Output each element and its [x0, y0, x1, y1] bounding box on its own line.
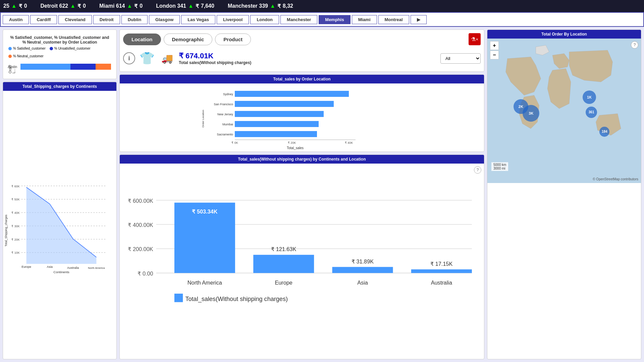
- left-panel: % Satisfied_customer, % Unsatisfied_cust…: [3, 29, 117, 359]
- satisfied-chart-title: % Satisfied_customer, % Unsatisfied_cust…: [8, 35, 111, 45]
- svg-text:₹ 30K: ₹ 30K: [11, 225, 19, 228]
- svg-text:North America: North America: [187, 280, 222, 286]
- city-tab-manchester[interactable]: Manchester: [280, 15, 317, 24]
- world-map-svg: [487, 39, 641, 182]
- svg-text:San Francisco: San Francisco: [214, 103, 233, 106]
- map-credit-text: © OpenStreetMap contributors: [593, 177, 638, 181]
- svg-text:₹ 121.63K: ₹ 121.63K: [271, 246, 296, 252]
- city-tabs-next-button[interactable]: ▶: [411, 15, 427, 24]
- filter-x-icon: ✕: [476, 38, 478, 41]
- map-controls: + −: [490, 41, 499, 59]
- city-tab-london[interactable]: London: [250, 15, 279, 24]
- sales-location-svg: Order Location Sydney San Francisco New …: [120, 83, 484, 150]
- svg-text:₹ 20K: ₹ 20K: [11, 238, 19, 241]
- svg-rect-23: [235, 111, 324, 117]
- svg-text:₹ 50K: ₹ 50K: [11, 198, 19, 201]
- ticker-value-1: 0: [83, 3, 86, 9]
- map-help-icon[interactable]: ?: [631, 41, 638, 49]
- bubble-label-2k: 2K: [519, 105, 523, 109]
- ticker-city-1: Detroit 622: [41, 3, 68, 9]
- svg-rect-50: [411, 269, 472, 273]
- city-tab-glasgow[interactable]: Glasgow: [149, 15, 180, 24]
- city-tab-cardiff[interactable]: Cardiff: [30, 15, 57, 24]
- question-mark-icon[interactable]: ?: [474, 166, 481, 174]
- city-tab-memphis[interactable]: Memphis: [319, 15, 350, 24]
- sales-by-location-chart: Total_sales by Order Location Order Loca…: [119, 74, 484, 152]
- svg-text:Europe: Europe: [21, 265, 31, 268]
- svg-text:₹ 40K: ₹ 40K: [11, 211, 19, 215]
- svg-rect-44: [253, 255, 314, 273]
- filter-tab-product[interactable]: Product: [215, 34, 251, 45]
- svg-text:₹ 20K: ₹ 20K: [288, 141, 296, 144]
- sales-continent-header: Total_sales(Without shipping charges) by…: [120, 155, 484, 164]
- delivery-icon: 🚚: [159, 50, 175, 67]
- area-fill: [26, 187, 97, 264]
- city-tab-detroit[interactable]: Detroit: [93, 15, 120, 24]
- bubble-label-184: 184: [602, 130, 607, 133]
- svg-text:₹ 0.00: ₹ 0.00: [138, 270, 153, 277]
- ticker-city-3: London 341: [156, 3, 186, 9]
- legend-dot-unsatisfied: [50, 47, 53, 50]
- bubble-1k[interactable]: 1K: [583, 90, 596, 104]
- ticker-city-4: Manchester 339: [228, 3, 268, 9]
- ticker-value-0: 0: [24, 3, 27, 9]
- ticker-item-2: Miami 614 ▲ ₹ 0: [99, 3, 143, 9]
- ticker-value-2: 0: [140, 3, 143, 9]
- map-header: Total Order By Location: [487, 30, 641, 39]
- filter-icon-button[interactable]: ⚗ ✕: [469, 33, 481, 45]
- svg-text:₹ 600.00K: ₹ 600.00K: [128, 198, 153, 204]
- bar-row-austin: Austin: [18, 64, 111, 70]
- filter-tabs: Location Demographic Product ⚗ ✕: [123, 33, 481, 45]
- shipping-chart-header: Total_Shipping_charges by Continents: [3, 82, 116, 91]
- svg-text:₹ 60K: ₹ 60K: [11, 185, 19, 188]
- ticker-value-4: 8,32: [283, 3, 293, 9]
- bubble-361[interactable]: 361: [586, 107, 597, 118]
- kpi-value-block: ₹ 674.01K Total sales(Without shipping c…: [179, 52, 251, 65]
- svg-rect-53: [174, 294, 183, 302]
- svg-text:Mumbai: Mumbai: [222, 123, 233, 126]
- svg-text:₹ 0K: ₹ 0K: [231, 141, 238, 144]
- ticker-bar: 25 ▲ ₹ 0 Detroit 622 ▲ ₹ 0 Miami 614 ▲ ₹…: [0, 0, 644, 12]
- filter-tab-location[interactable]: Location: [123, 34, 161, 45]
- map-container[interactable]: + − 2K 3K 1K 361 184: [487, 39, 641, 183]
- kpi-row: i 👕 🚚 ₹ 674.01K Total sales(Without ship…: [123, 49, 481, 68]
- bubble-label-1k: 1K: [587, 95, 592, 99]
- city-tab-las-vegas[interactable]: Las Vegas: [181, 15, 215, 24]
- legend-neutral: % Neutral_customer: [8, 54, 44, 58]
- map-credit: © OpenStreetMap contributors: [593, 177, 638, 181]
- city-tab-montreal[interactable]: Montreal: [378, 15, 409, 24]
- chart-legend: % Satisfied_customer % Unsatisfied_custo…: [8, 47, 111, 58]
- main-content: % Satisfied_customer, % Unsatisfied_cust…: [0, 27, 644, 362]
- svg-text:Sydney: Sydney: [223, 93, 233, 96]
- ticker-item-3: London 341 ▲ ₹ 7,640: [156, 3, 214, 9]
- filter-tab-demographic[interactable]: Demographic: [164, 34, 213, 45]
- svg-text:₹ 10K: ₹ 10K: [11, 251, 19, 254]
- city-tab-dublin[interactable]: Dublin: [121, 15, 148, 24]
- shipping-svg: Total_Shipping_charges ₹ 60K ₹ 50K ₹ 40K…: [3, 91, 116, 357]
- sales-by-continent-chart: Total_sales(Without shipping charges) by…: [119, 155, 484, 359]
- city-tab-miami[interactable]: Miami: [352, 15, 377, 24]
- svg-text:Continents: Continents: [53, 270, 69, 274]
- svg-text:₹ 503.34K: ₹ 503.34K: [192, 208, 217, 215]
- kpi-dropdown[interactable]: All North America Europe Asia Australia: [440, 53, 481, 64]
- svg-rect-47: [332, 267, 393, 273]
- sales-location-header: Total_sales by Order Location: [120, 75, 484, 83]
- legend-unsatisfied: % Unsatisfied_customer: [50, 47, 91, 50]
- city-tab-liverpool[interactable]: Liverpool: [217, 15, 249, 24]
- y-axis-shipping: Total_Shipping_charges: [4, 215, 8, 247]
- svg-text:Australia: Australia: [431, 280, 452, 286]
- svg-text:Asia: Asia: [47, 265, 52, 268]
- info-icon: i: [123, 52, 135, 64]
- bar-seg-unsatisfied: [70, 64, 96, 70]
- city-tab-cleveland[interactable]: Cleveland: [58, 15, 92, 24]
- scale-km: 5000 km: [493, 163, 506, 167]
- zoom-in-button[interactable]: +: [490, 41, 499, 50]
- bar-seg-satisfied: [20, 64, 70, 70]
- bubble-label-361: 361: [589, 110, 594, 114]
- svg-text:Europe: Europe: [275, 280, 292, 286]
- map-scale: 5000 km 3000 mi: [491, 162, 508, 171]
- zoom-out-button[interactable]: −: [490, 51, 499, 59]
- continent-sales-svg: ₹ 600.00K ₹ 400.00K ₹ 200.00K ₹ 0.00 ₹ 5…: [120, 164, 484, 357]
- ticker-value-3: 7,640: [201, 3, 214, 9]
- city-tab-austin[interactable]: Austin: [3, 15, 29, 24]
